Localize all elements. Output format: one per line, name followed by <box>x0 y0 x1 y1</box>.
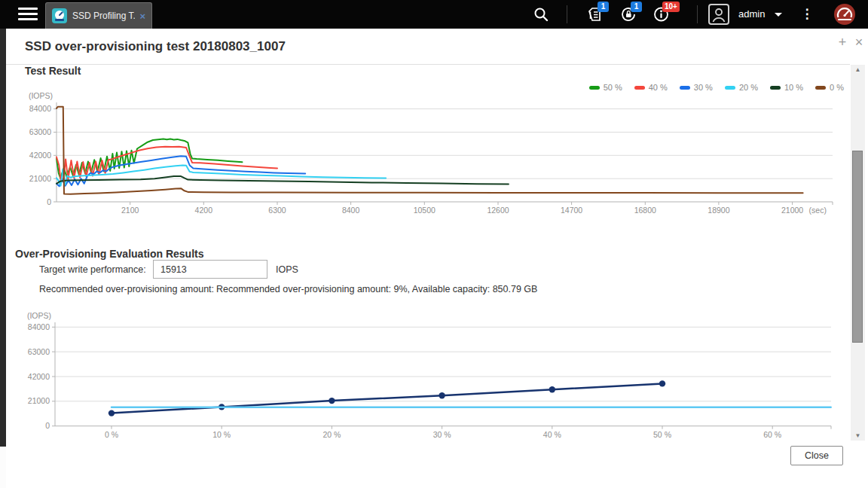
svg-text:12600: 12600 <box>487 206 509 215</box>
section-title-evaluation: Over-Provisioning Evaluation Results <box>15 248 204 260</box>
svg-text:(IOPS): (IOPS) <box>27 311 51 320</box>
svg-text:20 %: 20 % <box>322 430 341 439</box>
chart-range-slider-row: ←→ <box>0 230 868 249</box>
svg-text:63000: 63000 <box>28 347 50 356</box>
svg-text:30 %: 30 % <box>433 430 451 439</box>
tab-ssd-profiling-tool[interactable]: SSD Profiling T... × <box>45 2 152 29</box>
svg-text:18900: 18900 <box>708 206 729 215</box>
scrollbar-down-icon[interactable]: ▼ <box>851 431 865 441</box>
scrollbar-up-icon[interactable]: ▲ <box>851 65 865 75</box>
svg-text:2100: 2100 <box>121 206 139 215</box>
notifications-info-icon[interactable]: 10+ <box>653 5 671 23</box>
window-titlebar: SSD over-provisioning test 20180803_1007… <box>6 29 868 64</box>
svg-text:4200: 4200 <box>195 206 213 215</box>
section-title-test-result: Test Result <box>25 65 81 77</box>
user-avatar[interactable] <box>708 4 729 25</box>
svg-text:42000: 42000 <box>28 372 50 381</box>
topbar-divider <box>697 5 698 23</box>
svg-text:42000: 42000 <box>29 151 51 160</box>
svg-text:10 %: 10 % <box>212 430 231 439</box>
user-caret-down-icon[interactable] <box>775 13 782 17</box>
top-bar: SSD Profiling T... × 1 1 <box>0 0 868 29</box>
main-menu-icon[interactable] <box>18 8 38 20</box>
close-button[interactable]: Close <box>790 446 843 465</box>
dashboard-gauge-icon[interactable] <box>833 3 856 26</box>
svg-text:21000: 21000 <box>29 174 51 183</box>
tab-label: SSD Profiling T... <box>72 11 135 21</box>
security-update-icon[interactable]: 1 <box>619 5 637 23</box>
security-badge: 1 <box>631 2 642 12</box>
svg-text:63000: 63000 <box>29 127 51 136</box>
desktop-bottom-corner <box>0 447 6 488</box>
more-options-icon[interactable]: ⋮ <box>800 0 814 29</box>
svg-text:84000: 84000 <box>28 322 50 331</box>
svg-text:21000: 21000 <box>781 206 803 215</box>
background-tasks-icon[interactable]: 1 <box>586 5 604 23</box>
svg-text:84000: 84000 <box>29 104 51 113</box>
target-write-performance-input[interactable] <box>153 260 267 279</box>
page-title: SSD over-provisioning test 20180803_1007 <box>25 39 286 54</box>
svg-text:6300: 6300 <box>268 206 286 215</box>
iops-unit-label: IOPS <box>276 264 298 275</box>
svg-text:0: 0 <box>47 197 51 206</box>
tab-close-icon[interactable]: × <box>139 11 145 22</box>
target-write-performance-label: Target write performance: <box>39 264 146 275</box>
ssd-profiling-app-icon <box>52 8 67 23</box>
svg-text:0 %: 0 % <box>105 430 118 439</box>
test-result-chart: 021000420006300084000(IOPS)2100420063008… <box>0 79 851 222</box>
user-name[interactable]: admin <box>738 0 765 29</box>
svg-text:14700: 14700 <box>561 206 582 215</box>
tasks-badge: 1 <box>598 2 609 12</box>
svg-text:40 %: 40 % <box>543 430 561 439</box>
vertical-scrollbar[interactable]: ▲ ▼ <box>851 65 865 441</box>
svg-text:21000: 21000 <box>28 396 50 405</box>
svg-text:(sec): (sec) <box>809 206 827 215</box>
recommended-amount-label: Recommended over-provisioning amount: <box>39 284 214 294</box>
recommended-amount-value: Recommended over-provisioning amount: 9%… <box>216 284 537 294</box>
divider <box>6 64 850 65</box>
window-add-icon[interactable]: + <box>835 35 850 50</box>
svg-text:(IOPS): (IOPS) <box>29 91 53 100</box>
svg-text:16800: 16800 <box>634 206 656 215</box>
window-footer: Close <box>6 441 868 488</box>
window-close-icon[interactable]: × <box>851 35 866 50</box>
svg-text:10500: 10500 <box>414 206 436 215</box>
scrollbar-thumb[interactable] <box>852 151 863 343</box>
topbar-divider <box>567 5 567 23</box>
svg-text:8400: 8400 <box>342 206 360 215</box>
search-icon[interactable] <box>532 5 550 23</box>
evaluation-chart: 021000420006300084000(IOPS)0 %10 %20 %30… <box>0 305 851 444</box>
svg-text:0: 0 <box>45 421 50 430</box>
screen: SSD Profiling T... × 1 1 <box>0 0 868 488</box>
svg-text:50 %: 50 % <box>653 430 671 439</box>
svg-text:60 %: 60 % <box>763 430 781 439</box>
notifications-badge: 10+ <box>662 2 680 12</box>
